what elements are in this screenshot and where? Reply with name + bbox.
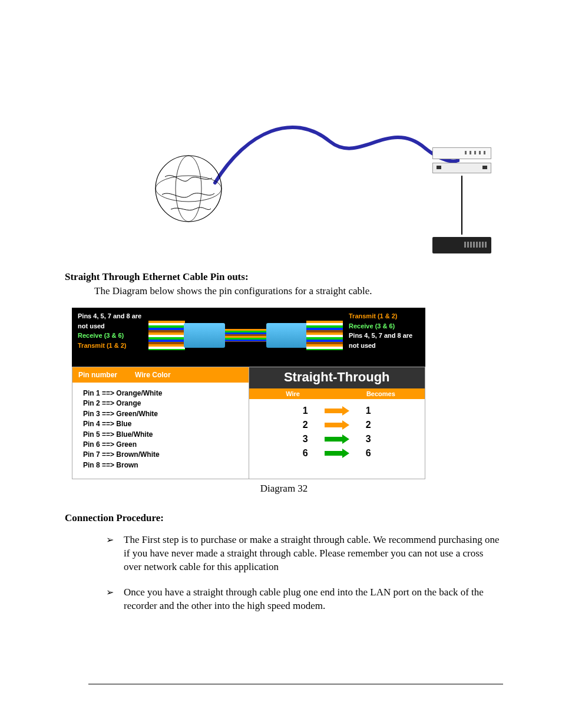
mapping-row: 11: [249, 404, 425, 418]
mapping-row: 33: [249, 432, 425, 446]
pin-row: Pin 7 ==> Brown/White: [83, 450, 238, 460]
procedure-step: The First step is to purchase or make a …: [106, 533, 503, 574]
cable-wires-left: [148, 321, 185, 350]
mapping-row: 66: [249, 446, 425, 460]
rj45-plug-left: [184, 323, 225, 348]
map-to: 6: [366, 448, 371, 459]
svg-point-2: [176, 156, 201, 222]
label-transmit-right: Transmit (1 & 2): [349, 311, 419, 321]
footer-rule: [88, 684, 503, 684]
mapping-row: 22: [249, 418, 425, 432]
network-topology-figure: [65, 59, 503, 248]
pin-row: Pin 5 ==> Blue/White: [83, 430, 238, 440]
globe-icon: [153, 153, 224, 224]
subhdr-wire: Wire: [249, 390, 337, 397]
pin-row: Pin 1 ==> Orange/White: [83, 388, 238, 398]
pin-row: Pin 6 ==> Green: [83, 440, 238, 450]
procedure-heading: Connection Procedure:: [65, 512, 503, 524]
hdr-wire-color: Wire Color: [135, 371, 171, 379]
internet-cable-line: [212, 106, 459, 189]
label-receive-left: Receive (3 & 6): [78, 331, 148, 341]
cable-wires-right: [306, 321, 343, 350]
router-icon: [432, 163, 491, 173]
procedure-step: Once you have a straight through cable p…: [106, 586, 503, 613]
pin-row: Pin 4 ==> Blue: [83, 419, 238, 429]
arrow-icon: [325, 407, 349, 414]
pin-row: Pin 8 ==> Brown: [83, 460, 238, 470]
pin-row: Pin 3 ==> Green/White: [83, 409, 238, 419]
pinout-figure: Pins 4, 5, 7 and 8 are not used Receive …: [72, 308, 425, 479]
cable-cross-section: Pins 4, 5, 7 and 8 are not used Receive …: [72, 308, 425, 367]
hdr-pin-number: Pin number: [78, 371, 117, 379]
label-unused-right: Pins 4, 5, 7 and 8 are not used: [349, 331, 419, 350]
pin-row: Pin 2 ==> Orange: [83, 398, 238, 409]
map-from: 1: [303, 406, 308, 416]
map-to: 1: [366, 406, 371, 416]
label-unused-left: Pins 4, 5, 7 and 8 are not used: [78, 311, 148, 331]
map-from: 2: [303, 420, 308, 430]
ethernet-link-line: [461, 176, 462, 235]
straight-through-title: Straight-Through: [249, 367, 425, 388]
arrow-icon: [325, 450, 349, 457]
svg-point-0: [156, 156, 222, 222]
straight-through-table: Straight-Through Wire Becomes 11223366: [249, 367, 426, 479]
map-to: 2: [366, 420, 371, 430]
pinout-heading: Straight Through Ethernet Cable Pin outs…: [65, 271, 503, 283]
map-to: 3: [366, 434, 371, 444]
map-from: 6: [303, 448, 308, 459]
map-from: 3: [303, 434, 308, 444]
label-transmit-left: Transmit (1 & 2): [78, 341, 148, 351]
subhdr-becomes: Becomes: [337, 390, 425, 397]
rj45-plug-right: [266, 323, 308, 348]
modem-icon: [432, 147, 491, 159]
cable-mid: [225, 329, 266, 342]
pin-color-table: Pin number Wire Color Pin 1 ==> Orange/W…: [72, 367, 249, 479]
label-receive-right: Receive (3 & 6): [349, 321, 419, 331]
dvr-icon: [432, 237, 491, 253]
figure-caption: Diagram 32: [65, 483, 503, 495]
arrow-icon: [325, 421, 349, 429]
arrow-icon: [325, 436, 349, 443]
pinout-intro: The Diagram below shows the pin configur…: [94, 285, 503, 297]
